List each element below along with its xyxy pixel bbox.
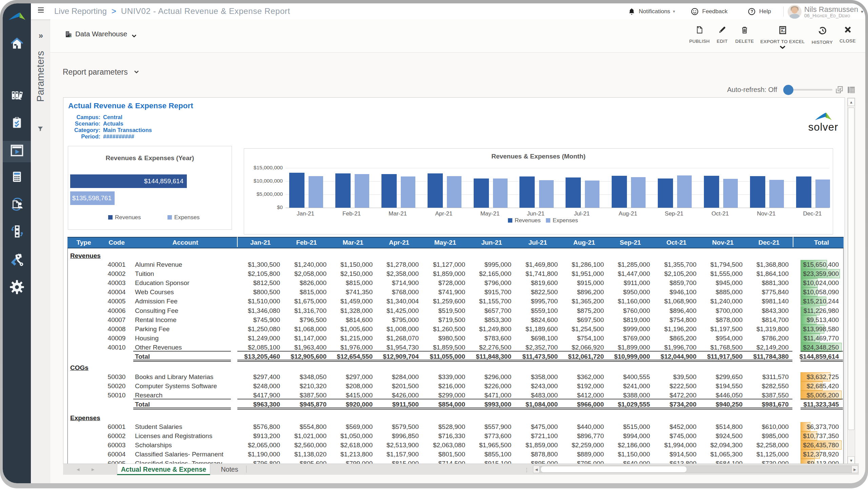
svg-text:?: ? [751,9,753,14]
svg-text:X: X [781,29,783,33]
